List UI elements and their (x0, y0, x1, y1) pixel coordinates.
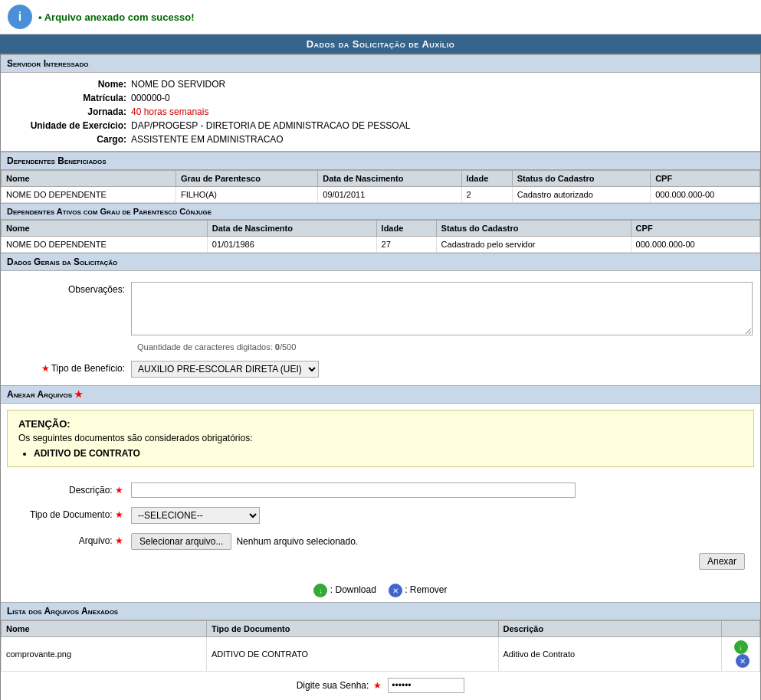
nome-value: NOME DO SERVIDOR (131, 79, 225, 90)
col-cpf: CPF (651, 171, 760, 187)
jornada-label: Jornada: (8, 106, 131, 117)
dependentes-beneficiados-header: Dependentes Beneficiados (1, 152, 760, 170)
dependentes-beneficiados-table: Nome Grau de Parentesco Data de Nascimen… (1, 170, 760, 203)
attention-text: Os seguintes documentos são considerados… (18, 433, 743, 443)
anexar-button[interactable]: Anexar (699, 553, 745, 570)
tipo-beneficio-label: ★Tipo de Benefício: (8, 361, 131, 374)
col-idade: Idade (461, 171, 512, 187)
list-item: ADITIVO DE CONTRATO (34, 448, 743, 459)
observacoes-row: Observações: (8, 279, 753, 341)
dependentes-conjuge-table: Nome Data de Nascimento Idade Status do … (1, 220, 760, 253)
attention-box: ATENÇÃO: Os seguintes documentos são con… (7, 410, 754, 467)
table-row: comprovante.pngADITIVO DE CONTRATOAditiv… (2, 637, 760, 672)
unidade-value: DAP/PROGESP - DIRETORIA DE ADMINISTRACAO… (131, 120, 410, 131)
col-status: Status do Cadastro (512, 171, 650, 187)
matricula-value: 000000-0 (131, 93, 170, 103)
observacoes-label: Observações: (8, 282, 131, 295)
remover-label: : Remover (405, 584, 447, 595)
col-data-c: Data de Nascimento (207, 221, 376, 237)
col-data-nasc: Data de Nascimento (318, 171, 461, 187)
descricao-row: Descrição: ★ (8, 479, 753, 501)
lista-arquivos-table: Nome Tipo de Documento Descrição comprov… (1, 620, 760, 672)
row-download-icon[interactable]: ↓ (734, 640, 748, 654)
row-remove-icon[interactable]: ✕ (736, 654, 750, 668)
col-actions-arq (722, 621, 760, 637)
servidor-info: Nome: NOME DO SERVIDOR Matrícula: 000000… (1, 73, 760, 151)
file-upload-section: Descrição: ★ Tipo de Documento: ★ --SELE… (1, 473, 760, 579)
password-row: Digite sua Senha: ★ (1, 672, 760, 699)
selecionar-arquivo-button[interactable]: Selecionar arquivo... (131, 533, 231, 550)
col-nome-c: Nome (2, 221, 208, 237)
download-icon[interactable]: ↓ (313, 584, 327, 597)
cargo-label: Cargo: (8, 134, 131, 145)
col-desc-arq: Descrição (498, 621, 721, 637)
dependentes-conjuge-header: Dependentes Ativos com Grau de Parentesc… (1, 203, 760, 220)
descricao-input[interactable] (131, 482, 576, 498)
page-title: Dados da Solicitação de Auxílio (0, 34, 761, 54)
senha-input[interactable] (388, 678, 464, 693)
col-nome-arq: Nome (2, 621, 207, 637)
tipo-beneficio-row: ★Tipo de Benefício: AUXILIO PRE-ESCOLAR … (8, 358, 753, 381)
success-message: • Arquivo anexado com sucesso! (38, 11, 194, 23)
servidor-section-header: Servidor Interessado (1, 54, 760, 73)
download-label: : Download (330, 584, 376, 595)
col-idade-c: Idade (376, 221, 436, 237)
table-row: NOME DO DEPENDENTE01/01/198627Cadastrado… (2, 237, 760, 253)
tipo-doc-row: Tipo de Documento: ★ --SELECIONE-- ADITI… (8, 504, 753, 527)
senha-label: Digite sua Senha: (297, 680, 369, 691)
matricula-label: Matrícula: (8, 93, 131, 103)
col-nome: Nome (2, 171, 176, 187)
anexar-arquivos-header: Anexar Arquivos ★ (1, 385, 760, 404)
remover-icon[interactable]: ✕ (389, 584, 402, 597)
lista-arquivos-header: Lista dos Arquivos Anexados (1, 602, 760, 620)
obrigatorios-list: ADITIVO DE CONTRATO (34, 448, 743, 459)
nome-label: Nome: (8, 79, 131, 90)
tipo-beneficio-select[interactable]: AUXILIO PRE-ESCOLAR DIRETA (UEI) (131, 361, 319, 378)
download-remover-row: ↓ : Download ✕ : Remover (1, 579, 760, 602)
col-grau: Grau de Parentesco (175, 171, 317, 187)
descricao-label: Descrição: ★ (8, 482, 131, 496)
top-bar: i • Arquivo anexado com sucesso! (0, 0, 761, 34)
tipo-doc-select[interactable]: --SELECIONE-- ADITIVO DE CONTRATO (131, 507, 260, 524)
dados-gerais-header: Dados Gerais da Solicitação (1, 253, 760, 271)
info-icon: i (8, 5, 32, 29)
col-tipo-arq: Tipo de Documento (207, 621, 498, 637)
char-count: Quantidade de caracteres digitados: 0/50… (137, 341, 753, 353)
attention-title: ATENÇÃO: (18, 418, 743, 430)
jornada-value: 40 horas semanais (131, 106, 208, 117)
cargo-value: ASSISTENTE EM ADMINISTRACAO (131, 134, 284, 145)
no-file-label: Nenhum arquivo selecionado. (236, 536, 358, 547)
arquivo-label: Arquivo: ★ (8, 533, 131, 546)
observacoes-input[interactable] (131, 282, 753, 335)
unidade-label: Unidade de Exercício: (8, 120, 131, 131)
col-cpf-c: CPF (631, 221, 759, 237)
col-status-c: Status do Cadastro (436, 221, 631, 237)
arquivo-row: Arquivo: ★ Selecionar arquivo... Nenhum … (8, 530, 753, 553)
tipo-doc-label: Tipo de Documento: ★ (8, 507, 131, 520)
table-row: NOME DO DEPENDENTEFILHO(A)09/01/20112Cad… (2, 187, 760, 203)
